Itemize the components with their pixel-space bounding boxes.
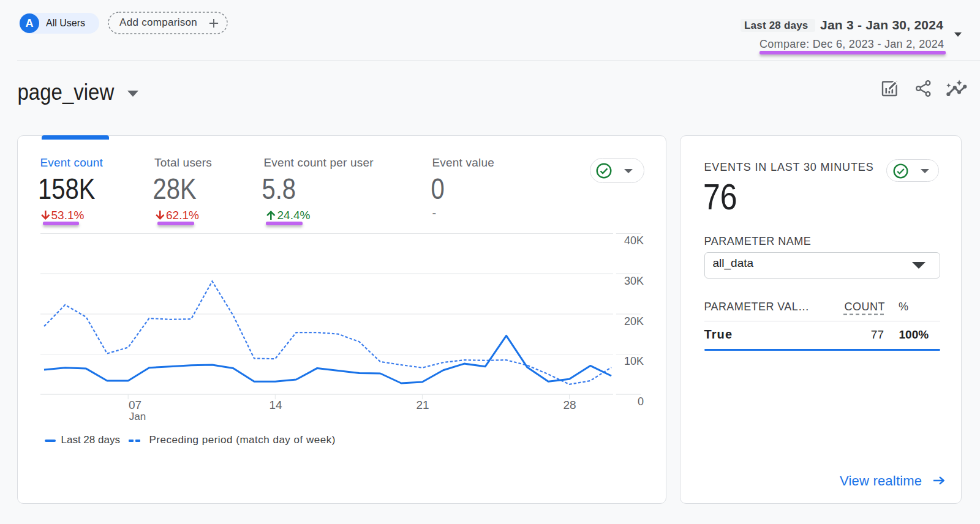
svg-text:Jan: Jan <box>129 411 146 422</box>
svg-text:30K: 30K <box>624 274 644 286</box>
svg-text:10K: 10K <box>624 355 644 367</box>
svg-text:28: 28 <box>563 399 576 411</box>
svg-text:21: 21 <box>416 399 429 411</box>
svg-text:07: 07 <box>129 399 141 411</box>
svg-text:14: 14 <box>269 399 282 411</box>
svg-text:40K: 40K <box>624 234 644 247</box>
svg-text:20K: 20K <box>624 315 644 327</box>
svg-text:0: 0 <box>638 395 644 408</box>
